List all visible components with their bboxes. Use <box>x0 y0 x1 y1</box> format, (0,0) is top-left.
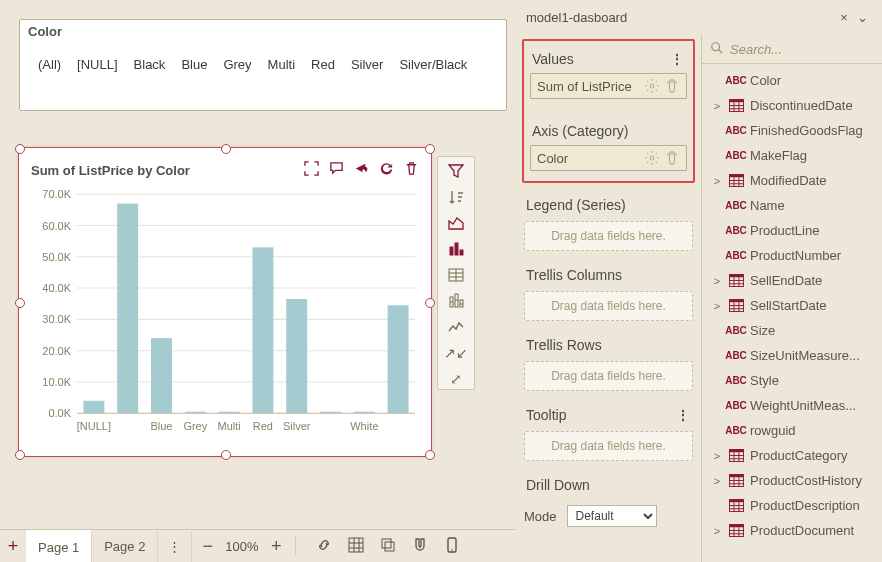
slicer-color[interactable]: Color (All)[NULL]BlackBlueGreyMultiRedSi… <box>19 19 507 111</box>
legend-dropzone[interactable]: Drag data fields here. <box>524 221 693 251</box>
values-chip[interactable]: Sum of ListPrice <box>530 73 687 99</box>
panel-chevron-down-icon[interactable]: ⌄ <box>852 10 872 25</box>
svg-text:Multi: Multi <box>217 420 240 432</box>
field-row[interactable]: >ABCColor <box>702 68 882 93</box>
field-row[interactable]: >ABCWeightUnitMeas... <box>702 393 882 418</box>
gear-icon[interactable] <box>644 150 660 166</box>
share-icon[interactable] <box>354 161 369 179</box>
field-row[interactable]: >DiscontinuedDate <box>702 93 882 118</box>
resize-handle[interactable] <box>221 144 231 154</box>
svg-rect-53 <box>729 449 743 452</box>
tab-page-1[interactable]: Page 1 <box>26 530 92 563</box>
tab-page-2[interactable]: Page 2 <box>92 531 158 562</box>
slicer-item[interactable]: Silver/Black <box>399 57 467 72</box>
field-row[interactable]: >SellStartDate <box>702 293 882 318</box>
sort-icon[interactable] <box>445 189 467 205</box>
field-row[interactable]: >ABCSize <box>702 318 882 343</box>
bar-chart-icon[interactable] <box>445 241 467 257</box>
slicer-item[interactable]: [NULL] <box>77 57 117 72</box>
text-type-icon: ABC <box>728 249 744 263</box>
slicer-item[interactable]: Black <box>134 57 166 72</box>
field-row[interactable]: >ABCSizeUnitMeasure... <box>702 343 882 368</box>
field-row[interactable]: >ProductDescription <box>702 493 882 518</box>
slicer-item[interactable]: (All) <box>38 57 61 72</box>
field-row[interactable]: >ProductCategory <box>702 443 882 468</box>
slicer-item[interactable]: Grey <box>223 57 251 72</box>
gear-icon[interactable] <box>644 78 660 94</box>
resize-handle[interactable] <box>15 144 25 154</box>
field-row[interactable]: >ABCFinishedGoodsFlag <box>702 118 882 143</box>
panel-title: model1-dasboard <box>526 10 836 25</box>
svg-rect-51 <box>729 299 743 302</box>
text-type-icon: ABC <box>728 224 744 238</box>
resize-handle[interactable] <box>425 144 435 154</box>
trellis-rows-dropzone[interactable]: Drag data fields here. <box>524 361 693 391</box>
svg-point-43 <box>712 42 720 50</box>
add-page-button[interactable]: + <box>0 536 26 557</box>
caret-icon: > <box>712 175 722 187</box>
field-row[interactable]: >ABCMakeFlag <box>702 143 882 168</box>
filter-icon[interactable] <box>445 163 467 179</box>
svg-rect-21 <box>252 247 273 413</box>
resize-handle[interactable] <box>221 450 231 460</box>
axis-chip[interactable]: Color <box>530 145 687 171</box>
slicer-item[interactable]: Red <box>311 57 335 72</box>
slicer-item[interactable]: Silver <box>351 57 384 72</box>
field-row[interactable]: >SellEndDate <box>702 268 882 293</box>
mobile-icon[interactable] <box>444 537 460 556</box>
drill-mode-select[interactable]: Default <box>567 505 657 527</box>
zoom-out-button[interactable]: − <box>202 536 213 557</box>
svg-text:10.0K: 10.0K <box>42 376 71 388</box>
field-row[interactable]: >ABCProductNumber <box>702 243 882 268</box>
field-row[interactable]: >ProductDocument <box>702 518 882 543</box>
field-label: ProductDocument <box>750 523 854 538</box>
resize-handle[interactable] <box>425 450 435 460</box>
fullscreen-icon[interactable] <box>304 161 319 179</box>
close-panel-button[interactable]: × <box>836 10 852 25</box>
line-chart-icon[interactable] <box>445 319 467 335</box>
link-icon[interactable] <box>316 537 332 556</box>
field-row[interactable]: >ABCStyle <box>702 368 882 393</box>
adjust-icon[interactable]: ↗↙ <box>445 345 467 361</box>
comment-icon[interactable] <box>329 161 344 179</box>
svg-text:Silver: Silver <box>283 420 311 432</box>
svg-rect-18 <box>151 338 172 413</box>
text-type-icon: ABC <box>728 74 744 88</box>
values-menu-icon[interactable]: ⋮ <box>670 51 685 67</box>
field-row[interactable]: >ModifiedDate <box>702 168 882 193</box>
svg-text:White: White <box>350 420 378 432</box>
trellis-cols-dropzone[interactable]: Drag data fields here. <box>524 291 693 321</box>
delete-icon[interactable] <box>404 161 419 179</box>
svg-rect-60 <box>349 538 363 552</box>
slicer-item[interactable]: Blue <box>181 57 207 72</box>
table-icon[interactable] <box>445 267 467 283</box>
svg-rect-25 <box>388 305 409 413</box>
design-canvas[interactable]: Color (All)[NULL]BlackBlueGreyMultiRedSi… <box>4 4 516 530</box>
fields-search[interactable]: Search... <box>702 35 882 64</box>
field-row[interactable]: >ABCProductLine <box>702 218 882 243</box>
overlap-icon[interactable] <box>380 537 396 556</box>
grid-icon[interactable] <box>348 537 364 556</box>
field-row[interactable]: >ABCName <box>702 193 882 218</box>
zoom-in-button[interactable]: + <box>271 536 282 557</box>
tabs-menu-icon[interactable]: ⋮ <box>158 531 192 562</box>
tooltip-menu-icon[interactable]: ⋮ <box>676 407 691 423</box>
field-row[interactable]: >ABCrowguid <box>702 418 882 443</box>
area-chart-icon[interactable] <box>445 215 467 231</box>
chart-card[interactable]: Sum of ListPrice by Color 0.0K10.0K20.0K… <box>19 148 431 456</box>
field-row[interactable]: >ProductCostHistory <box>702 468 882 493</box>
trash-icon[interactable] <box>664 78 680 94</box>
slicer-item[interactable]: Multi <box>268 57 295 72</box>
resize-handle[interactable] <box>15 298 25 308</box>
refresh-icon[interactable] <box>379 161 394 179</box>
svg-text:Red: Red <box>253 420 273 432</box>
resize-handle[interactable] <box>15 450 25 460</box>
tooltip-dropzone[interactable]: Drag data fields here. <box>524 431 693 461</box>
resize-handle[interactable] <box>425 298 435 308</box>
legend-section-title: Legend (Series) <box>526 197 626 213</box>
expand-icon[interactable]: ⤢ <box>445 371 467 387</box>
trash-icon[interactable] <box>664 150 680 166</box>
magnet-icon[interactable] <box>412 537 428 556</box>
stacked-bar-icon[interactable] <box>445 293 467 309</box>
caret-icon: > <box>712 300 722 312</box>
